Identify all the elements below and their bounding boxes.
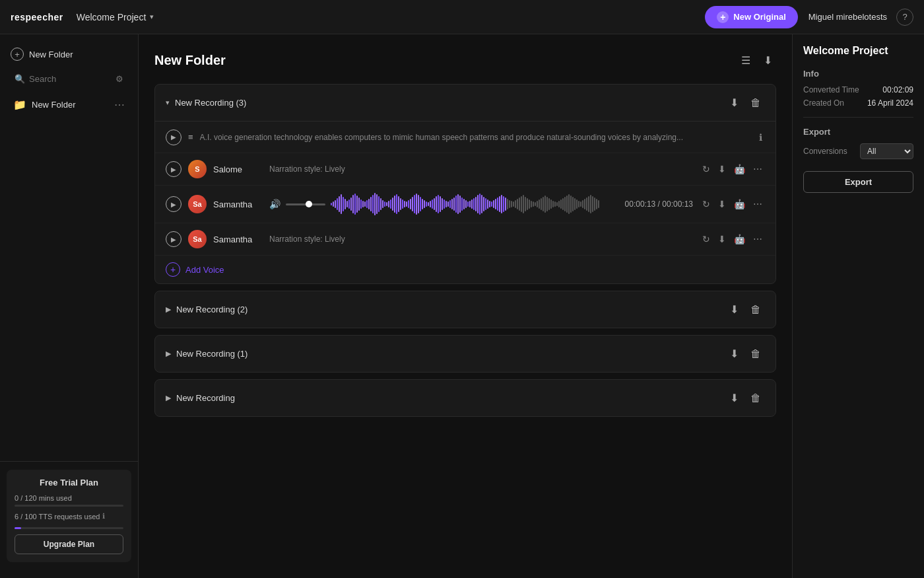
conversions-select[interactable]: All Selected <box>860 143 913 159</box>
filter-button[interactable]: ☰ <box>737 50 754 71</box>
help-button[interactable]: ? <box>896 9 913 26</box>
add-voice-row[interactable]: + Add Voice <box>155 256 776 283</box>
robot-button-samantha-1[interactable]: 🤖 <box>731 196 748 212</box>
delete-group-button-2[interactable]: 🗑 <box>746 344 765 364</box>
more-icon[interactable]: ⋯ <box>114 98 125 111</box>
converted-time-value: 00:02:09 <box>882 85 913 94</box>
folder-header: New Folder ☰ ⬇ <box>154 50 776 71</box>
info-section-label: Info <box>803 69 913 79</box>
new-original-button[interactable]: + New Original <box>705 6 797 28</box>
recording-items-0: ▶ ≡ A.I. voice generation technology ena… <box>155 121 776 283</box>
voice-name-samantha-2: Samantha <box>213 235 263 244</box>
sidebar-bottom: Free Trial Plan 0 / 120 mins used 6 / 10… <box>0 461 138 570</box>
row-actions-samantha-1: ↻ ⬇ 🤖 ⋯ <box>700 196 765 212</box>
waveform <box>331 192 618 216</box>
user-name: Miguel mirebelotests <box>808 12 887 22</box>
right-panel: Welcome Project Info Converted Time 00:0… <box>792 34 924 578</box>
project-selector[interactable]: Welcome Project ▾ <box>77 12 154 22</box>
narration-style-samantha-2: Narration style: Lively <box>269 235 345 244</box>
add-voice-plus-icon: + <box>166 262 180 277</box>
recording-group-header-0[interactable]: ▾ New Recording (3) ⬇ 🗑 <box>155 85 776 121</box>
download-group-button-2[interactable]: ⬇ <box>726 343 742 364</box>
robot-button-samantha-2[interactable]: 🤖 <box>731 231 748 247</box>
row-actions-salome: ↻ ⬇ 🤖 ⋯ <box>700 161 765 177</box>
download-all-button[interactable]: ⬇ <box>760 50 776 71</box>
new-folder-button[interactable]: + New Folder <box>0 42 138 66</box>
recording-group-actions-3: ⬇ 🗑 <box>726 388 765 408</box>
avatar-initials-samantha-2: Sa <box>193 235 201 243</box>
recording-group-header-3[interactable]: ▶ New Recording ⬇ 🗑 <box>155 380 776 416</box>
recording-group-2: ▶ New Recording (1) ⬇ 🗑 <box>154 335 776 373</box>
filter-icon[interactable]: ⚙ <box>116 74 123 84</box>
upgrade-plan-button[interactable]: Upgrade Plan <box>15 534 123 554</box>
play-button-salome[interactable]: ▶ <box>166 161 182 177</box>
avatar-samantha-1: Sa <box>188 195 207 213</box>
conversions-label: Conversions <box>803 147 847 156</box>
recording-group-actions-2: ⬇ 🗑 <box>726 343 765 364</box>
download-button-samantha-1[interactable]: ⬇ <box>715 196 729 212</box>
more-button-samantha-1[interactable]: ⋯ <box>750 196 765 212</box>
plan-mins-bar <box>15 505 123 507</box>
info-button[interactable]: ℹ <box>756 129 765 145</box>
recording-row-samantha-1: ▶ Sa Samantha 🔊 00:00:13 / 00:00:13 ↻ <box>155 186 776 223</box>
info-icon[interactable]: ℹ <box>102 512 105 521</box>
delete-group-button-1[interactable]: 🗑 <box>746 300 765 320</box>
text-preview: A.I. voice generation technology enables… <box>200 133 750 142</box>
plan-mins-usage: 0 / 120 mins used <box>15 494 123 502</box>
download-group-button-1[interactable]: ⬇ <box>726 299 742 320</box>
export-button[interactable]: Export <box>803 171 913 193</box>
volume-slider[interactable] <box>286 203 325 205</box>
created-on-label: Created On <box>803 98 844 108</box>
recording-group-name-0: New Recording (3) <box>175 98 726 108</box>
folder-icon: 📁 <box>13 98 26 111</box>
avatar-samantha-2: Sa <box>188 230 207 248</box>
time-display: 00:00:13 / 00:00:13 <box>625 199 693 209</box>
recording-group-header-2[interactable]: ▶ New Recording (1) ⬇ 🗑 <box>155 336 776 372</box>
chevron-right-icon: ▶ <box>166 305 171 314</box>
app-logo: respeecher <box>11 12 63 22</box>
info-row-converted: Converted Time 00:02:09 <box>803 85 913 94</box>
play-button-samantha-2[interactable]: ▶ <box>166 231 182 247</box>
refresh-button-samantha-2[interactable]: ↻ <box>700 231 713 247</box>
recording-group-header-1[interactable]: ▶ New Recording (2) ⬇ 🗑 <box>155 291 776 328</box>
recording-group-1: ▶ New Recording (2) ⬇ 🗑 <box>154 291 776 328</box>
volume-icon[interactable]: 🔊 <box>269 199 280 209</box>
recording-group-3: ▶ New Recording ⬇ 🗑 <box>154 379 776 417</box>
avatar-salome: S <box>188 160 207 178</box>
recording-group-name-3: New Recording <box>176 393 726 403</box>
more-button-samantha-2[interactable]: ⋯ <box>750 231 765 247</box>
waveform-container: 🔊 <box>269 192 618 216</box>
download-group-button-3[interactable]: ⬇ <box>726 388 742 408</box>
play-button-text[interactable]: ▶ <box>166 129 182 145</box>
download-button-samantha-2[interactable]: ⬇ <box>715 231 729 247</box>
folder-header-actions: ☰ ⬇ <box>737 50 776 71</box>
chevron-right-icon-3: ▶ <box>166 394 171 402</box>
chevron-down-icon: ▾ <box>166 98 170 107</box>
download-button-salome[interactable]: ⬇ <box>715 161 729 177</box>
refresh-button-salome[interactable]: ↻ <box>700 161 713 177</box>
divider <box>803 117 913 118</box>
more-button-salome[interactable]: ⋯ <box>750 161 765 177</box>
new-original-label: New Original <box>733 12 785 22</box>
search-bar: 🔍 ⚙ <box>7 70 131 88</box>
delete-group-button[interactable]: 🗑 <box>746 93 765 113</box>
play-button-samantha-1[interactable]: ▶ <box>166 196 182 212</box>
plan-tts-bar-fill <box>15 527 21 529</box>
created-on-value: 16 April 2024 <box>867 98 913 108</box>
robot-button-salome[interactable]: 🤖 <box>731 161 748 177</box>
recording-group-actions-0: ⬇ 🗑 <box>726 92 765 113</box>
main-content: New Folder ☰ ⬇ ▾ New Recording (3) ⬇ 🗑 ▶ <box>139 34 792 578</box>
chevron-down-icon: ▾ <box>150 13 154 21</box>
sidebar-item-new-folder[interactable]: 📁 New Folder ⋯ <box>5 93 133 116</box>
plan-tts-label: 6 / 100 TTS requests used <box>15 513 100 521</box>
right-panel-title: Welcome Project <box>803 45 913 57</box>
plan-title: Free Trial Plan <box>15 478 123 488</box>
search-icon: 🔍 <box>15 74 25 84</box>
delete-group-button-3[interactable]: 🗑 <box>746 388 765 408</box>
new-folder-label: New Folder <box>29 50 73 59</box>
voice-name-salome: Salome <box>213 164 263 174</box>
refresh-button-samantha-1[interactable]: ↻ <box>700 196 713 212</box>
lines-icon: ≡ <box>188 132 193 142</box>
download-group-button[interactable]: ⬇ <box>726 92 742 113</box>
search-input[interactable] <box>29 74 112 84</box>
